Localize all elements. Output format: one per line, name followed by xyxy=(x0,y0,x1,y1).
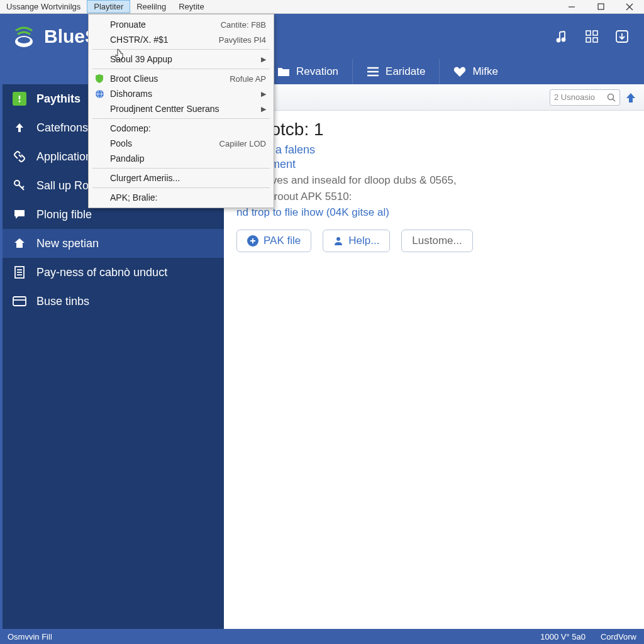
tab-label: Mifke xyxy=(472,65,498,78)
titlebar: Ussange Wortvinilgs Playtiter Reelilng R… xyxy=(0,0,644,14)
shield-green-icon xyxy=(94,73,105,84)
brand-icon xyxy=(10,23,38,50)
tab-earidate[interactable]: Earidate xyxy=(352,59,439,84)
key-icon xyxy=(13,179,26,192)
heart-icon xyxy=(453,66,466,77)
svg-rect-14 xyxy=(593,38,597,42)
button-row: PAK file Help... Lustome... xyxy=(236,230,631,252)
window-controls xyxy=(557,0,644,13)
tab-mifke[interactable]: Mifke xyxy=(439,59,512,84)
sidebar-item-buse-tinbs[interactable]: Buse tinbs xyxy=(0,287,224,316)
svg-point-32 xyxy=(336,237,340,241)
svg-rect-26 xyxy=(13,297,26,306)
maximize-button[interactable] xyxy=(586,0,615,13)
search-placeholder: 2 Usnoasio xyxy=(554,92,595,102)
grid-icon[interactable] xyxy=(584,28,600,45)
scroll-top-icon[interactable] xyxy=(625,92,636,103)
link-icon xyxy=(13,150,26,164)
svg-point-20 xyxy=(19,101,21,103)
menu-reelilng[interactable]: Reelilng xyxy=(130,0,172,13)
menu-playtiter[interactable]: Playtiter xyxy=(87,0,130,13)
sidebar-item-label: Sall up Roli xyxy=(36,179,94,192)
svg-point-10 xyxy=(562,38,565,42)
dd-saoul[interactable]: Saoul 39 Appup▶ xyxy=(89,52,274,67)
status-bar: Osmvvin Fill 1000 V° 5a0 CordVorw xyxy=(0,629,644,644)
tab-label: Earidate xyxy=(386,65,425,78)
search-icon xyxy=(607,93,616,102)
card-icon xyxy=(13,294,26,308)
page-title: Anwotcb: 1 xyxy=(236,119,631,140)
dd-chstrx[interactable]: CHSTR/X. #$1Pavylites PI4 xyxy=(89,32,274,47)
sidebar-item-label: Catefnons xyxy=(36,121,88,135)
sidebar-item-new-spetian[interactable]: New spetian xyxy=(0,229,224,258)
dd-clurgert[interactable]: Clurgert Ameriis... xyxy=(89,170,274,186)
svg-point-9 xyxy=(557,39,560,42)
sidebar-item-label: Application xyxy=(36,150,92,164)
sidebar-item-label: Plonig fible xyxy=(36,208,92,221)
sidebar-item-label: New spetian xyxy=(36,237,99,250)
svg-rect-11 xyxy=(586,31,591,35)
desc-line-1: all, & alves and inseald for dloop dubs … xyxy=(236,172,631,189)
status-right: CordVorw xyxy=(601,632,636,641)
status-mid: 1000 V° 5a0 xyxy=(540,632,586,641)
main-panel: ise. 2 Usnoasio Anwotcb: 1 Reding a fale… xyxy=(224,84,644,629)
header-actions xyxy=(553,28,630,45)
chat-icon xyxy=(13,208,26,221)
svg-rect-1 xyxy=(598,4,604,9)
button-label: PAK file xyxy=(264,235,301,247)
sidebar-item-label: Pay-ness of cabnò unduct xyxy=(36,266,167,279)
menu-ussange[interactable]: Ussange Wortvinilgs xyxy=(0,0,87,13)
svg-rect-12 xyxy=(593,31,597,35)
tab-label: Revation xyxy=(296,65,338,78)
dd-apk-bralie[interactable]: APK; Bralie: xyxy=(89,190,274,205)
tab-revation[interactable]: Revation xyxy=(263,59,352,84)
sidebar-item-payness[interactable]: Pay-ness of cabnò unduct xyxy=(0,258,224,287)
minimize-button[interactable] xyxy=(557,0,586,13)
breadcrumb-bar: ise. 2 Usnoasio xyxy=(224,84,644,111)
svg-rect-13 xyxy=(586,38,591,42)
dd-proudjnent[interactable]: Proudjnent Centter Suerans▶ xyxy=(89,101,274,116)
list-icon xyxy=(367,67,379,77)
menu-reytite[interactable]: Reytite xyxy=(172,0,210,13)
link-sovvniment[interactable]: Sovvniment xyxy=(236,158,631,171)
svg-point-28 xyxy=(608,94,614,99)
status-left: Osmvvin Fill xyxy=(8,632,52,641)
dropdown-menu: PronuateCantite: F8B CHSTR/X. #$1Pavylit… xyxy=(88,14,274,208)
green-exclaim-icon xyxy=(13,92,26,106)
desc-line-2: e use laroout APK 5510: xyxy=(236,189,631,205)
music-icon[interactable] xyxy=(553,28,570,45)
pak-file-button[interactable]: PAK file xyxy=(236,230,311,252)
svg-line-29 xyxy=(613,99,616,101)
dd-broot[interactable]: Broot ClieusRofule AP xyxy=(89,71,274,86)
desc-sub-link[interactable]: nd trop to flie ihow (04K gitse al) xyxy=(236,204,631,221)
sidebar-item-label: Paythits xyxy=(36,92,80,106)
plus-circle-icon xyxy=(247,235,258,247)
doc-icon xyxy=(13,265,26,279)
link-reding[interactable]: Reding a falens xyxy=(236,143,631,157)
person-icon xyxy=(333,236,343,246)
home-icon xyxy=(13,236,26,250)
button-label: Lustome... xyxy=(412,235,462,247)
download-box-icon[interactable] xyxy=(614,28,630,45)
folder-icon xyxy=(277,66,290,77)
globe-icon xyxy=(94,88,105,99)
up-arrow-icon xyxy=(13,121,26,135)
dd-pandalip[interactable]: Pandalip xyxy=(89,151,274,166)
button-label: Help... xyxy=(348,235,379,247)
dd-dishorams[interactable]: Dishorams▶ xyxy=(89,86,274,101)
search-input[interactable]: 2 Usnoasio xyxy=(550,89,620,106)
content-area: Anwotcb: 1 Reding a falens Sovvniment al… xyxy=(224,111,644,261)
dd-codomep[interactable]: Codomep: xyxy=(89,121,274,136)
menubar: Ussange Wortvinilgs Playtiter Reelilng R… xyxy=(0,0,211,13)
lustome-button[interactable]: Lustome... xyxy=(401,230,472,252)
help-button[interactable]: Help... xyxy=(323,230,390,252)
svg-point-21 xyxy=(14,180,19,186)
logo: BlueS xyxy=(10,23,97,50)
dd-pronuate[interactable]: PronuateCantite: F8B xyxy=(89,17,274,32)
close-button[interactable] xyxy=(615,0,644,13)
svg-point-8 xyxy=(18,37,30,43)
sidebar-item-label: Buse tinbs xyxy=(36,295,89,308)
dd-pools[interactable]: PoolsCapiiler LOD xyxy=(89,136,274,151)
